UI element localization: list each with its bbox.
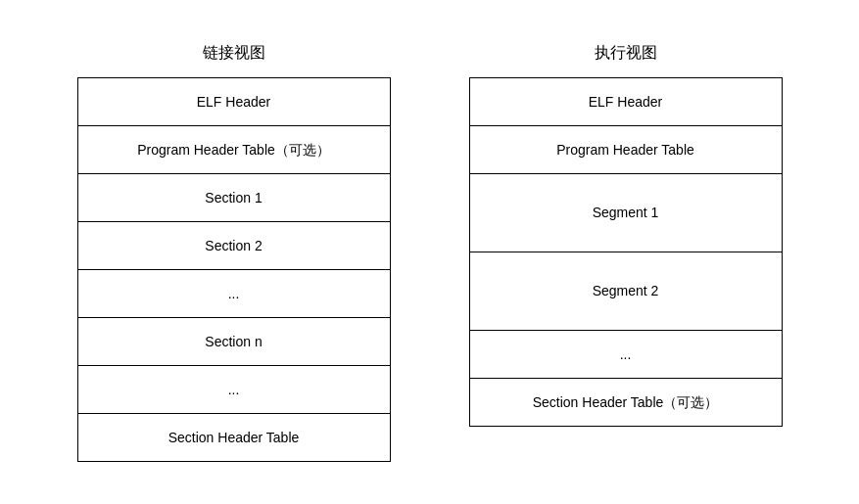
link-section-2: Section 2 bbox=[77, 221, 390, 269]
exec-view-table: ELF Header Program Header Table Segment … bbox=[469, 77, 783, 427]
link-elf-header: ELF Header bbox=[77, 77, 390, 125]
table-row: Section 2 bbox=[77, 221, 390, 269]
link-program-header-table: Program Header Table（可选） bbox=[77, 125, 390, 173]
exec-elf-header: ELF Header bbox=[469, 77, 782, 125]
table-row: Section Header Table（可选） bbox=[469, 378, 782, 426]
table-row: ELF Header bbox=[469, 77, 782, 125]
link-view-table: ELF Header Program Header Table（可选） Sect… bbox=[77, 77, 391, 462]
link-view-title: 链接视图 bbox=[203, 43, 265, 64]
link-section-header-table: Section Header Table bbox=[77, 413, 390, 461]
main-container: 链接视图 ELF Header Program Header Table（可选）… bbox=[77, 43, 783, 462]
link-ellipsis-1: ... bbox=[77, 269, 390, 317]
table-row: Section n bbox=[77, 317, 390, 365]
exec-view-title: 执行视图 bbox=[595, 43, 657, 64]
table-row: Section Header Table bbox=[77, 413, 390, 461]
table-row: Program Header Table（可选） bbox=[77, 125, 390, 173]
exec-segment-1: Segment 1 bbox=[469, 173, 782, 252]
exec-view: 执行视图 ELF Header Program Header Table Seg… bbox=[469, 43, 783, 427]
table-row: ELF Header bbox=[77, 77, 390, 125]
exec-segment-2: Segment 2 bbox=[469, 252, 782, 330]
exec-program-header-table: Program Header Table bbox=[469, 125, 782, 173]
table-row: Segment 2 bbox=[469, 252, 782, 330]
link-section-1: Section 1 bbox=[77, 173, 390, 221]
table-row: Section 1 bbox=[77, 173, 390, 221]
exec-ellipsis: ... bbox=[469, 330, 782, 378]
link-section-n: Section n bbox=[77, 317, 390, 365]
table-row: ... bbox=[77, 365, 390, 413]
table-row: ... bbox=[469, 330, 782, 378]
table-row: Segment 1 bbox=[469, 173, 782, 252]
table-row: Program Header Table bbox=[469, 125, 782, 173]
link-view: 链接视图 ELF Header Program Header Table（可选）… bbox=[77, 43, 391, 462]
exec-section-header-table: Section Header Table（可选） bbox=[469, 378, 782, 426]
link-ellipsis-2: ... bbox=[77, 365, 390, 413]
table-row: ... bbox=[77, 269, 390, 317]
